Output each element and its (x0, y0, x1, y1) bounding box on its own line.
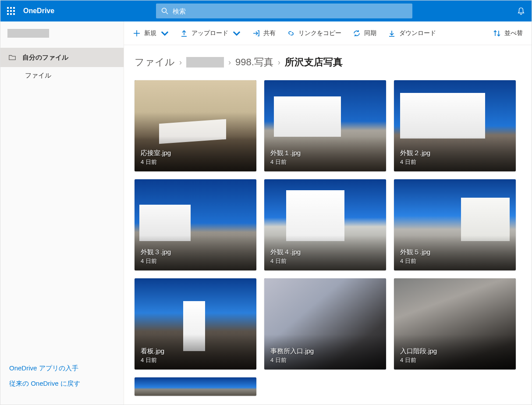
plus-icon (133, 29, 141, 37)
sidebar-footer: OneDrive アプリの入手 従来の OneDrive に戻す (0, 353, 124, 405)
file-modified: 4 日前 (270, 356, 287, 364)
file-name: 外観１.jpg (270, 149, 301, 157)
svg-rect-7 (10, 13, 12, 15)
bell-icon (517, 7, 525, 15)
copy-link-label: リンクをコピー (298, 29, 341, 37)
chevron-right-icon: › (228, 58, 231, 67)
breadcrumb-folder-998[interactable]: 998.写真 (235, 56, 273, 69)
svg-rect-1 (10, 7, 12, 9)
upload-button[interactable]: アップロード (176, 27, 245, 40)
copy-link-button[interactable]: リンクをコピー (283, 27, 346, 40)
file-name: 外観３.jpg (141, 248, 171, 256)
download-label: ダウンロード (399, 29, 436, 37)
sync-button[interactable]: 同期 (348, 27, 381, 40)
breadcrumb-current: 所沢支店写真 (285, 56, 343, 69)
svg-rect-0 (7, 7, 9, 9)
sidebar-subitem-label: ファイル (25, 71, 51, 80)
upload-icon (180, 29, 188, 37)
file-tile[interactable]: 応接室.jpg4 日前 (135, 80, 256, 171)
svg-rect-2 (13, 7, 15, 9)
share-label: 共有 (263, 29, 276, 37)
chevron-right-icon: › (179, 58, 182, 67)
share-button[interactable]: 共有 (248, 27, 280, 40)
brand-label[interactable]: OneDrive (21, 7, 58, 15)
file-modified: 4 日前 (270, 158, 287, 166)
file-modified: 4 日前 (400, 356, 416, 364)
folder-icon (8, 53, 16, 61)
sort-button[interactable]: 並べ替 (489, 27, 527, 40)
breadcrumb-root[interactable]: ファイル (135, 56, 175, 69)
svg-rect-5 (13, 10, 15, 12)
svg-rect-4 (10, 10, 12, 12)
file-modified: 4 日前 (400, 158, 416, 166)
search-input[interactable] (173, 7, 407, 15)
svg-rect-3 (7, 10, 9, 12)
thumbnail-image (135, 377, 256, 396)
file-tile[interactable]: 入口階段.jpg4 日前 (394, 278, 516, 369)
file-name: 外観５.jpg (400, 248, 430, 256)
share-icon (252, 29, 260, 37)
user-block (0, 21, 124, 45)
file-tile[interactable]: 看板.jpg4 日前 (135, 278, 256, 369)
sort-icon (493, 29, 501, 37)
new-label: 新規 (144, 29, 156, 37)
svg-rect-8 (13, 13, 15, 15)
search-icon (161, 7, 168, 14)
sync-label: 同期 (364, 29, 376, 37)
file-tile[interactable]: 外観２.jpg4 日前 (394, 80, 516, 171)
file-tile[interactable]: 外観３.jpg4 日前 (135, 179, 256, 270)
download-button[interactable]: ダウンロード (383, 27, 440, 40)
file-tile[interactable]: 外観５.jpg4 日前 (394, 179, 516, 270)
app-launcher-button[interactable] (0, 0, 21, 21)
upload-label: アップロード (192, 29, 228, 37)
search-box[interactable] (156, 4, 412, 18)
classic-onedrive-link[interactable]: 従来の OneDrive に戻す (9, 380, 115, 388)
user-name-redacted (7, 29, 49, 38)
new-button[interactable]: 新規 (128, 27, 173, 40)
sidebar: 自分のファイル ファイル OneDrive アプリの入手 従来の OneDriv… (0, 21, 124, 405)
sync-icon (353, 29, 361, 37)
download-icon (388, 29, 396, 37)
suite-header: OneDrive (0, 0, 532, 21)
svg-line-10 (166, 12, 168, 14)
file-tile[interactable]: 事務所入口.jpg4 日前 (264, 278, 386, 369)
sort-label: 並べ替 (504, 29, 523, 37)
command-bar: 新規 アップロード 共有 リンクをコピー 同 (124, 21, 532, 45)
chevron-down-icon (233, 29, 241, 37)
file-grid: 応接室.jpg4 日前 外観１.jpg4 日前 外観２.jpg4 日前 外観３.… (135, 80, 532, 396)
svg-point-9 (162, 8, 167, 13)
file-tile[interactable]: 外観１.jpg4 日前 (264, 80, 386, 171)
file-modified: 4 日前 (141, 158, 157, 166)
file-modified: 4 日前 (141, 257, 157, 265)
breadcrumb: ファイル › › 998.写真 › 所沢支店写真 (135, 56, 532, 69)
file-tile[interactable]: 外観４.jpg4 日前 (264, 179, 386, 270)
waffle-icon (7, 7, 15, 15)
link-icon (287, 29, 295, 37)
notifications-button[interactable] (511, 0, 532, 21)
sidebar-subitem-files[interactable]: ファイル (0, 67, 124, 84)
file-modified: 4 日前 (141, 356, 157, 364)
file-modified: 4 日前 (400, 257, 416, 265)
file-name: 事務所入口.jpg (270, 347, 314, 355)
chevron-down-icon (161, 29, 169, 37)
file-name: 入口階段.jpg (400, 347, 437, 355)
file-name: 外観２.jpg (400, 149, 430, 157)
file-name: 応接室.jpg (141, 149, 171, 157)
breadcrumb-redacted[interactable] (186, 57, 224, 68)
file-tile-partial[interactable] (135, 377, 256, 396)
file-modified: 4 日前 (270, 257, 287, 265)
get-app-link[interactable]: OneDrive アプリの入手 (9, 364, 115, 373)
file-name: 看板.jpg (141, 347, 164, 355)
chevron-right-icon: › (278, 58, 280, 67)
file-name: 外観４.jpg (270, 248, 301, 256)
sidebar-item-my-files[interactable]: 自分のファイル (0, 48, 124, 67)
svg-rect-6 (7, 13, 9, 15)
sidebar-item-label: 自分のファイル (22, 53, 68, 62)
